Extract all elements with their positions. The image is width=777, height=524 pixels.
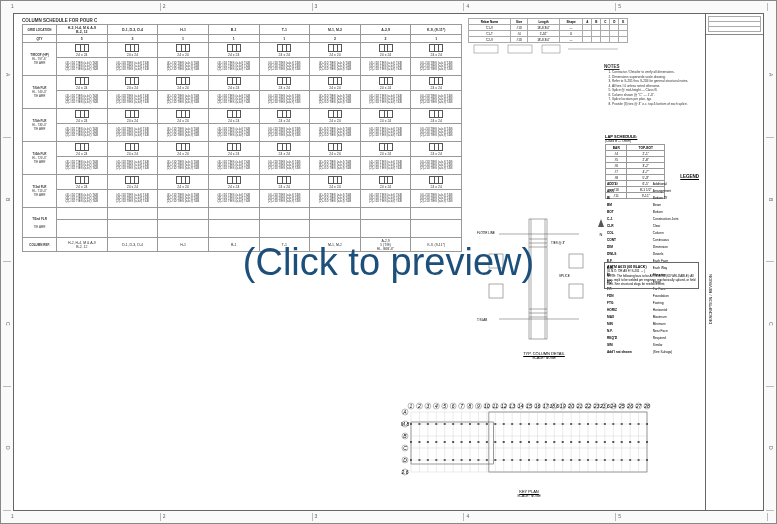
schedule-title: COLUMN SCHEDULE FOR POUR C — [22, 18, 462, 23]
svg-rect-127 — [545, 441, 547, 443]
svg-text:7: 7 — [460, 403, 463, 409]
svg-text:T/SLAB: T/SLAB — [477, 318, 487, 322]
svg-text:11: 11 — [493, 403, 499, 409]
svg-text:2.6: 2.6 — [401, 469, 409, 475]
rebar-shape-icons — [468, 43, 628, 57]
svg-text:8: 8 — [469, 403, 472, 409]
svg-rect-169 — [604, 441, 606, 443]
ruler-bottom: 12345 — [9, 513, 768, 521]
rebar-list: Rebar NameSizeLengthShapeABCDEC1-V#1018'… — [468, 18, 628, 56]
astm-sub: (U.N.O. OR AS F/ S-201 → ) — [607, 269, 696, 273]
svg-rect-18 — [489, 284, 503, 298]
svg-text:12: 12 — [501, 403, 507, 409]
svg-rect-151 — [579, 441, 581, 443]
svg-text:18.6: 18.6 — [549, 403, 559, 409]
svg-text:19: 19 — [560, 403, 566, 409]
notes-title: NOTES — [604, 64, 699, 69]
svg-text:25: 25 — [618, 403, 625, 409]
svg-text:26: 26 — [626, 403, 633, 409]
title-block: DESCRIPTION / REVISION OMNI Omni Rebar I… — [705, 14, 763, 510]
svg-rect-193 — [638, 441, 640, 443]
svg-rect-91 — [494, 441, 496, 443]
desc-rev-label: DESCRIPTION / REVISION — [708, 37, 713, 524]
svg-text:M.8: M.8 — [401, 421, 410, 427]
svg-text:A: A — [402, 409, 407, 415]
svg-marker-19 — [598, 219, 604, 227]
svg-rect-55 — [444, 441, 446, 443]
svg-text:2: 2 — [417, 403, 421, 409]
svg-rect-109 — [520, 441, 522, 443]
svg-text:TIES @ 3": TIES @ 3" — [551, 241, 565, 245]
drawing-sheet[interactable]: 12345 12345 ABCD ABCD COLUMN SCHEDULE FO… — [0, 0, 777, 524]
svg-rect-43 — [427, 441, 429, 443]
svg-rect-139 — [562, 441, 564, 443]
svg-rect-145 — [570, 441, 572, 443]
svg-text:N: N — [600, 232, 603, 237]
svg-rect-15 — [569, 254, 583, 268]
svg-text:10: 10 — [484, 403, 490, 409]
svg-text:5: 5 — [443, 403, 446, 409]
svg-rect-17 — [489, 254, 503, 268]
svg-rect-85 — [486, 441, 488, 443]
svg-text:22: 22 — [584, 403, 591, 409]
svg-rect-0 — [474, 45, 498, 53]
svg-text:23: 23 — [593, 403, 600, 409]
svg-text:17: 17 — [543, 403, 549, 409]
svg-text:23.6: 23.6 — [599, 403, 610, 409]
notes-block: NOTES Contractor / Detailer to verify al… — [604, 64, 699, 107]
column-detail-svg: N FLOOR LINE SPLICE TIES @ 3" T/SLAB — [469, 214, 619, 349]
svg-rect-121 — [536, 441, 538, 443]
lap-sub: (Class B — Other) — [605, 139, 665, 143]
svg-rect-175 — [612, 441, 614, 443]
svg-rect-181 — [621, 441, 623, 443]
drawing-main: COLUMN SCHEDULE FOR POUR C GRID LOCATION… — [14, 14, 705, 510]
key-plan: 123456789101112131415161718.619202122232… — [399, 394, 659, 504]
svg-rect-4 — [529, 219, 547, 339]
svg-rect-157 — [587, 441, 589, 443]
ruler-top: 12345 — [9, 3, 768, 11]
schedule-table: GRID LOCATIONH-2, H-4, M & A-9 B-2, 12D-… — [22, 24, 462, 252]
svg-text:21: 21 — [576, 403, 583, 409]
svg-text:D: D — [403, 457, 407, 463]
svg-rect-16 — [569, 284, 583, 298]
svg-text:20: 20 — [567, 403, 574, 409]
key-plan-scale: SCALE: NONE — [399, 494, 659, 498]
svg-text:15: 15 — [526, 403, 532, 409]
column-detail: N FLOOR LINE SPLICE TIES @ 3" T/SLAB TYP… — [469, 214, 619, 364]
svg-rect-1 — [508, 45, 532, 53]
svg-rect-103 — [511, 441, 513, 443]
ruler-right: ABCD — [766, 13, 774, 511]
svg-text:24: 24 — [610, 403, 617, 409]
svg-rect-163 — [595, 441, 597, 443]
svg-text:4: 4 — [435, 403, 438, 409]
svg-text:1: 1 — [410, 403, 413, 409]
drawing-inner: COLUMN SCHEDULE FOR POUR C GRID LOCATION… — [13, 13, 764, 511]
svg-rect-187 — [629, 441, 631, 443]
svg-text:14: 14 — [518, 403, 524, 409]
column-schedule: COLUMN SCHEDULE FOR POUR C GRID LOCATION… — [22, 18, 462, 252]
svg-text:27: 27 — [635, 403, 642, 409]
svg-text:28: 28 — [643, 403, 650, 409]
desc-rev: DESCRIPTION / REVISION — [706, 35, 763, 524]
column-detail-scale: SCALE: NONE — [469, 356, 619, 360]
svg-text:9: 9 — [477, 403, 480, 409]
svg-rect-61 — [452, 441, 454, 443]
astm-body: NOTE: The following bars to be ASTM A706… — [607, 274, 696, 286]
svg-text:FLOOR LINE: FLOOR LINE — [477, 231, 495, 235]
ruler-left: ABCD — [3, 13, 11, 511]
svg-text:SPLICE: SPLICE — [559, 274, 570, 278]
svg-rect-97 — [503, 441, 505, 443]
svg-text:6: 6 — [452, 403, 455, 409]
svg-text:C: C — [403, 445, 407, 451]
svg-text:3: 3 — [426, 403, 429, 409]
key-plan-svg: 123456789101112131415161718.619202122232… — [399, 394, 659, 488]
svg-rect-199 — [646, 441, 648, 443]
svg-rect-37 — [418, 441, 420, 443]
svg-rect-67 — [461, 441, 463, 443]
svg-rect-133 — [553, 441, 555, 443]
svg-rect-115 — [528, 441, 530, 443]
svg-text:13: 13 — [509, 403, 515, 409]
svg-rect-79 — [477, 441, 479, 443]
rev-table — [706, 14, 763, 35]
svg-text:16: 16 — [535, 403, 541, 409]
